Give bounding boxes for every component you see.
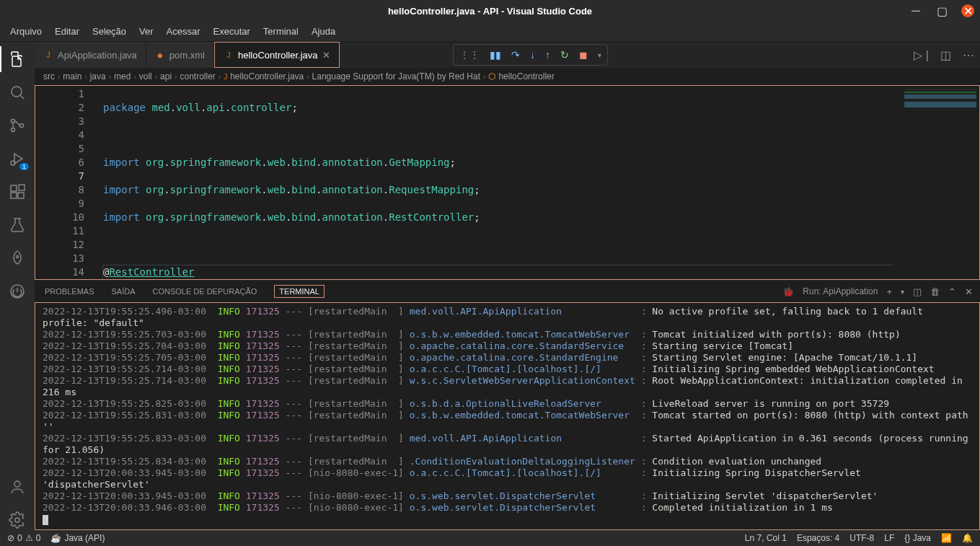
chevron-down-icon[interactable]: ▾ [598,51,601,59]
tab-apiapplication[interactable]: J ApiApplication.java [35,42,146,68]
maximize-panel-icon[interactable]: ⌃ [948,286,956,297]
account-icon[interactable] [7,477,27,497]
tab-hellocontroller[interactable]: J helloController.java ✕ [214,42,340,68]
svg-point-12 [15,518,19,522]
drag-handle-icon[interactable]: ⋮⋮ [459,49,480,61]
power-icon[interactable] [7,281,27,301]
terminal-output[interactable]: 2022-12-13T19:55:25.496-03:00 INFO 17132… [35,302,980,530]
step-into-icon[interactable]: ↓ [530,49,535,61]
svg-point-9 [17,256,19,258]
title-bar: helloController.java - API - Visual Stud… [0,0,980,22]
svg-rect-8 [19,185,25,190]
explorer-icon[interactable] [7,49,27,69]
menu-ver[interactable]: Ver [133,24,159,39]
run-config-label[interactable]: Run: ApiApplication [803,286,878,296]
tab-label: ApiApplication.java [58,50,137,61]
crumb[interactable]: java [90,71,106,82]
svg-point-1 [12,120,15,123]
menu-ajuda[interactable]: Ajuda [306,24,341,39]
panel-tabs: PROBLEMAS SAÍDA CONSOLE DE DEPURAÇÃO TER… [35,281,980,302]
split-terminal-icon[interactable]: ◫ [913,286,922,297]
svg-rect-5 [11,185,17,191]
svg-rect-7 [18,193,24,198]
status-language[interactable]: {} Java [904,533,931,543]
split-icon[interactable]: ◫ [940,48,951,62]
class-icon: ⬡ [488,71,495,82]
status-cursor[interactable]: Ln 7, Col 1 [745,533,787,543]
add-terminal-icon[interactable]: + [886,286,892,297]
tab-problemas[interactable]: PROBLEMAS [45,287,94,296]
code-editor[interactable]: 1 2 3 4 5 6 7 8 9 10 11 12 13 14 package… [35,85,980,280]
bell-icon[interactable]: 🔔 [962,533,973,543]
extensions-icon[interactable] [7,182,27,202]
crumb[interactable]: med [114,71,131,82]
status-eol[interactable]: LF [884,533,894,543]
stop-icon[interactable]: ◼ [579,49,588,61]
menu-selecao[interactable]: Seleção [87,24,132,39]
settings-icon[interactable] [7,510,27,530]
tab-close-icon[interactable]: ✕ [322,50,330,61]
tab-label: helloController.java [238,50,318,61]
chevron-down-icon[interactable]: ▾ [901,288,904,296]
step-over-icon[interactable]: ↷ [511,49,520,61]
crumb[interactable]: Language Support for Java(TM) by Red Hat [312,71,480,82]
xml-icon: ◆ [155,50,165,60]
step-out-icon[interactable]: ↑ [545,49,550,61]
minimize-icon[interactable]: ─ [909,4,922,17]
tab-saida[interactable]: SAÍDA [111,287,135,296]
svg-point-2 [12,128,15,132]
status-java-project[interactable]: ☕ Java (API) [50,533,105,543]
menu-acessar[interactable]: Acessar [161,24,206,39]
crumb[interactable]: helloController [498,71,554,82]
menu-arquivo[interactable]: Arquivo [4,24,48,39]
status-spaces[interactable]: Espaços: 4 [797,533,839,543]
minimap[interactable] [893,86,979,279]
run-icon[interactable]: ▷ | [914,48,929,62]
scm-icon[interactable] [7,115,27,136]
status-encoding[interactable]: UTF-8 [849,533,874,543]
breadcrumb[interactable]: src› main› java› med› voll› api› control… [35,68,980,85]
close-panel-icon[interactable]: ✕ [965,286,973,297]
testing-icon[interactable] [7,215,27,235]
debug-toolbar: ⋮⋮ ▮▮ ↷ ↓ ↑ ↻ ◼ ▾ [453,44,608,66]
crumb[interactable]: src [43,71,55,82]
more-icon[interactable]: ⋯ [963,48,974,62]
status-bar: ⊘ 0 ⚠ 0 ☕ Java (API) Ln 7, Col 1 Espaços… [0,530,980,546]
svg-point-0 [12,87,22,97]
java-icon: J [224,50,234,60]
svg-rect-6 [11,193,17,198]
bottom-panel: PROBLEMAS SAÍDA CONSOLE DE DEPURAÇÃO TER… [35,280,980,530]
java-icon: J [43,50,53,60]
window-title: helloController.java - API - Visual Stud… [388,6,592,17]
menu-editar[interactable]: Editar [49,24,85,39]
editor-tabs: J ApiApplication.java ◆ pom.xml J helloC… [35,42,980,68]
trash-icon[interactable]: 🗑 [930,286,940,297]
rocket-icon[interactable] [7,248,27,268]
maximize-icon[interactable]: ▢ [935,4,948,17]
activity-bar: 1 [0,42,35,530]
crumb[interactable]: api [160,71,172,82]
crumb[interactable]: controller [180,71,215,82]
svg-point-3 [20,124,24,128]
crumb[interactable]: voll [139,71,152,82]
line-gutter: 1 2 3 4 5 6 7 8 9 10 11 12 13 14 [35,86,103,279]
tab-console[interactable]: CONSOLE DE DEPURAÇÃO [152,287,257,296]
search-icon[interactable] [7,82,27,102]
crumb[interactable]: main [63,71,81,82]
status-errors[interactable]: ⊘ 0 ⚠ 0 [7,533,40,543]
tab-pom[interactable]: ◆ pom.xml [146,42,214,68]
code-content[interactable]: package med.voll.api.controller; import … [103,86,979,279]
menu-terminal[interactable]: Terminal [257,24,304,39]
svg-point-11 [14,481,20,487]
close-icon[interactable]: ✕ [961,4,974,17]
debug-badge: 1 [19,163,29,170]
menu-executar[interactable]: Executar [208,24,256,39]
feedback-icon[interactable]: 📶 [941,533,952,543]
crumb[interactable]: helloController.java [230,71,304,82]
restart-icon[interactable]: ↻ [560,49,569,61]
debug-config-icon[interactable]: 🐞 [782,286,794,297]
tab-terminal[interactable]: TERMINAL [274,285,325,298]
pause-icon[interactable]: ▮▮ [490,49,501,61]
menu-bar: Arquivo Editar Seleção Ver Acessar Execu… [0,22,980,42]
run-debug-icon[interactable]: 1 [7,149,27,169]
